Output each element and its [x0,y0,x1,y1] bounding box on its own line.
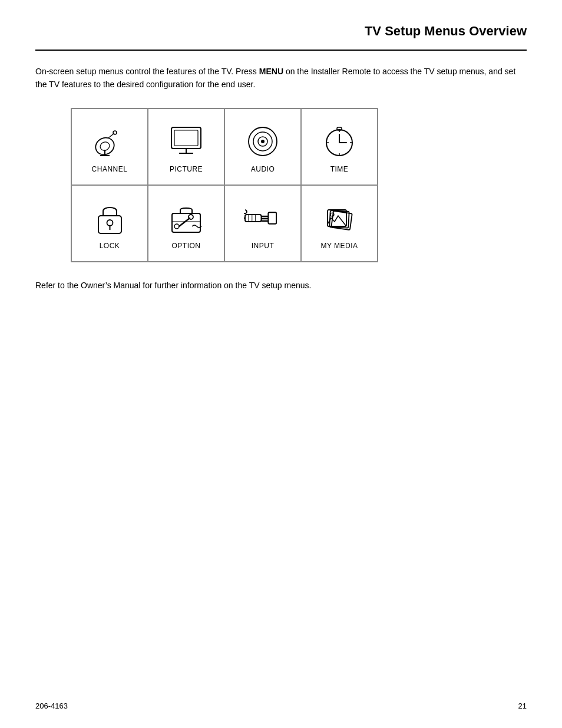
doc-number: 206-4163 [35,701,68,710]
svg-point-5 [113,131,117,134]
my-media-label: MY MEDIA [320,242,358,250]
lock-icon [91,199,128,237]
svg-rect-22 [98,216,121,233]
picture-icon [167,123,205,160]
my-media-icon [320,199,358,237]
page-footer: 206-4163 21 [35,701,527,710]
page-title: TV Setup Menus Overview [35,24,527,39]
audio-label: AUDIO [251,165,275,173]
menu-cell-lock: LOCK [71,185,148,262]
option-icon [167,199,205,237]
divider [35,50,527,51]
svg-rect-21 [337,127,342,130]
svg-rect-7 [174,130,198,146]
svg-line-26 [179,218,190,226]
time-label: TIME [330,165,349,173]
page-content: TV Setup Menus Overview On-screen setup … [0,0,562,327]
lock-label: LOCK [100,242,120,250]
intro-bold-word: MENU [259,67,283,76]
intro-text-before: On-screen setup menus control the featur… [35,67,259,76]
footer-paragraph: Refer to the Owner’s Manual for further … [35,279,527,292]
time-icon [320,123,358,160]
menu-cell-audio: AUDIO [224,108,301,185]
menu-cell-time: TIME [301,108,378,185]
picture-label: PICTURE [170,165,203,173]
menu-cell-input: INPUT [224,185,301,262]
menu-cell-my-media: MY MEDIA [301,185,378,262]
menu-cell-picture: PICTURE [148,108,224,185]
menu-grid-container: CHANNEL PICTURE [71,108,378,262]
input-label: INPUT [252,242,275,250]
input-icon [244,199,282,237]
menu-cell-option: OPTION [148,185,224,262]
svg-rect-34 [268,212,276,224]
option-label: OPTION [171,242,200,250]
channel-label: CHANNEL [92,165,128,173]
svg-point-27 [189,215,193,219]
svg-point-13 [261,140,265,143]
svg-rect-30 [245,215,262,222]
menu-grid: CHANNEL PICTURE [71,108,378,262]
intro-paragraph: On-screen setup menus control the featur… [35,65,527,91]
svg-rect-25 [172,213,200,232]
menu-cell-channel: CHANNEL [71,108,148,185]
page-number: 21 [518,701,527,710]
svg-point-23 [107,220,113,226]
audio-icon [244,123,282,160]
channel-icon [91,123,128,160]
